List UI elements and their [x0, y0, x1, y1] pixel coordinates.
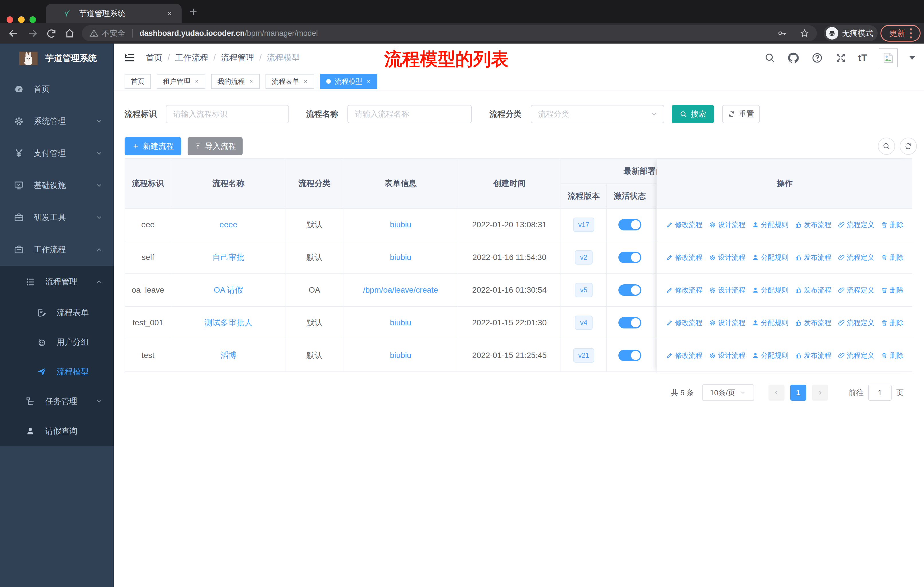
version-badge[interactable]: v5 [575, 283, 592, 297]
tag-process-model[interactable]: 流程模型 [320, 74, 377, 89]
close-icon[interactable] [249, 79, 254, 84]
form-info-link[interactable]: biubiu [390, 318, 411, 327]
sidebar-item-infra[interactable]: 基础设施 [0, 169, 114, 202]
next-page-button[interactable] [812, 385, 828, 401]
traffic-minimize-button[interactable] [18, 17, 25, 23]
traffic-zoom-button[interactable] [30, 17, 36, 23]
breadcrumb-process-manage[interactable]: 流程管理 [221, 52, 254, 64]
sidebar-item-process-manage[interactable]: 流程管理 [0, 266, 114, 298]
active-toggle[interactable] [619, 317, 641, 329]
avatar-caret-icon[interactable] [909, 56, 916, 60]
process-name-link[interactable]: OA 请假 [214, 284, 243, 296]
design-process-link[interactable]: 设计流程 [709, 351, 746, 360]
version-badge[interactable]: v4 [575, 316, 592, 330]
help-icon[interactable] [811, 52, 823, 64]
active-toggle[interactable] [619, 251, 641, 263]
delete-link[interactable]: 删除 [881, 351, 904, 360]
edit-process-link[interactable]: 修改流程 [666, 253, 703, 262]
sidebar-item-system[interactable]: 系统管理 [0, 105, 114, 137]
delete-link[interactable]: 删除 [881, 220, 904, 229]
assign-rule-link[interactable]: 分配规则 [752, 351, 789, 360]
sidebar-item-leave-query[interactable]: 请假查询 [0, 416, 114, 446]
goto-page-input[interactable] [868, 385, 892, 401]
form-info-link[interactable]: /bpm/oa/leave/create [363, 286, 438, 294]
fullscreen-icon[interactable] [835, 52, 846, 64]
form-info-link[interactable]: biubiu [390, 253, 411, 262]
delete-link[interactable]: 删除 [881, 253, 904, 262]
edit-process-link[interactable]: 修改流程 [666, 351, 703, 360]
design-process-link[interactable]: 设计流程 [709, 318, 746, 327]
sidebar-item-devtools[interactable]: 研发工具 [0, 202, 114, 233]
create-process-button[interactable]: 新建流程 [125, 137, 181, 155]
tab-close-icon[interactable] [166, 10, 173, 17]
close-icon[interactable] [303, 79, 308, 84]
version-badge[interactable]: v21 [573, 348, 595, 362]
close-icon[interactable] [366, 79, 371, 84]
reset-button[interactable]: 重置 [722, 105, 760, 123]
table-search-toggle-button[interactable] [878, 137, 895, 155]
sidebar-item-user-group[interactable]: 用户分组 [0, 327, 114, 357]
publish-process-link[interactable]: 发布流程 [795, 351, 832, 360]
publish-process-link[interactable]: 发布流程 [795, 286, 832, 294]
active-toggle[interactable] [619, 284, 641, 296]
breadcrumb-home[interactable]: 首页 [146, 52, 162, 64]
tag-home[interactable]: 首页 [125, 74, 151, 89]
edit-process-link[interactable]: 修改流程 [666, 220, 703, 229]
font-size-icon[interactable]: tT [858, 52, 867, 63]
github-icon[interactable] [787, 51, 800, 64]
table-refresh-button[interactable] [900, 137, 917, 155]
tag-process-form[interactable]: 流程表单 [266, 74, 314, 89]
edit-process-link[interactable]: 修改流程 [666, 318, 703, 327]
process-definition-link[interactable]: 流程定义 [838, 318, 874, 327]
process-definition-link[interactable]: 流程定义 [838, 220, 874, 229]
process-name-link[interactable]: 自己审批 [213, 252, 244, 263]
bookmark-star-icon[interactable] [800, 28, 809, 38]
forward-icon[interactable] [27, 28, 38, 39]
back-icon[interactable] [8, 28, 19, 39]
process-name-link[interactable]: 滔博 [221, 350, 237, 361]
process-definition-link[interactable]: 流程定义 [838, 351, 874, 360]
browser-tab[interactable]: 芋道管理系统 [46, 4, 182, 23]
prev-page-button[interactable] [769, 385, 784, 401]
page-size-select[interactable]: 10条/页 [702, 384, 754, 401]
sidebar-item-process-model[interactable]: 流程模型 [0, 357, 114, 386]
reload-icon[interactable] [46, 28, 57, 39]
sidebar-item-payment[interactable]: 支付管理 [0, 137, 114, 169]
search-button[interactable]: 搜索 [672, 105, 714, 123]
page-1-button[interactable]: 1 [790, 385, 806, 401]
design-process-link[interactable]: 设计流程 [709, 220, 746, 229]
design-process-link[interactable]: 设计流程 [709, 286, 746, 294]
url-bar[interactable]: 不安全 dashboard.yudao.iocoder.cn/bpm/manag… [82, 25, 817, 41]
process-name-link[interactable]: eeee [219, 220, 237, 229]
process-definition-link[interactable]: 流程定义 [838, 286, 874, 294]
category-select[interactable]: 流程分类 [531, 105, 664, 123]
new-tab-button[interactable] [188, 6, 199, 17]
publish-process-link[interactable]: 发布流程 [795, 253, 832, 262]
active-toggle[interactable] [619, 350, 641, 361]
sidebar-item-home[interactable]: 首页 [0, 73, 114, 105]
sidebar-item-task-manage[interactable]: 任务管理 [0, 386, 114, 416]
tag-my-process[interactable]: 我的流程 [211, 74, 260, 89]
traffic-close-button[interactable] [7, 17, 13, 23]
process-id-input[interactable] [166, 105, 289, 123]
form-info-link[interactable]: biubiu [390, 351, 411, 360]
browser-update-button[interactable]: 更新 [881, 25, 921, 41]
sidebar-logo[interactable]: 芋道管理系统 [0, 43, 114, 73]
import-process-button[interactable]: 导入流程 [188, 137, 243, 155]
assign-rule-link[interactable]: 分配规则 [752, 220, 789, 229]
close-icon[interactable] [195, 79, 199, 84]
process-definition-link[interactable]: 流程定义 [838, 253, 874, 262]
password-key-icon[interactable] [777, 28, 787, 38]
edit-process-link[interactable]: 修改流程 [666, 286, 703, 294]
sidebar-item-process-form[interactable]: 流程表单 [0, 298, 114, 327]
assign-rule-link[interactable]: 分配规则 [752, 318, 789, 327]
publish-process-link[interactable]: 发布流程 [795, 220, 832, 229]
breadcrumb-workflow[interactable]: 工作流程 [175, 52, 208, 64]
sidebar-item-workflow[interactable]: 工作流程 [0, 233, 114, 266]
active-toggle[interactable] [619, 219, 641, 230]
hamburger-icon[interactable] [124, 51, 135, 64]
assign-rule-link[interactable]: 分配规则 [752, 286, 789, 294]
delete-link[interactable]: 删除 [881, 318, 904, 327]
home-icon[interactable] [64, 28, 75, 39]
process-name-input[interactable] [347, 105, 472, 123]
